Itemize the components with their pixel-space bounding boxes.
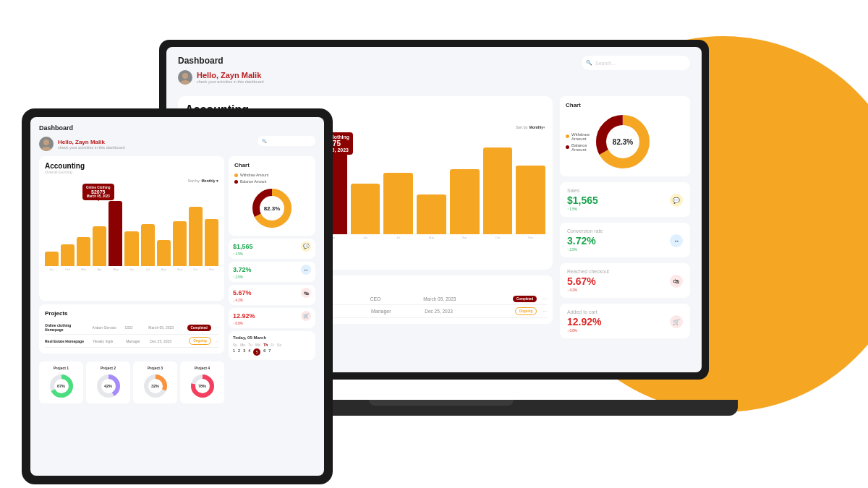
tablet-legend-withdraw-dot xyxy=(234,174,238,177)
t-proj-2-status: Ongoing xyxy=(189,337,211,345)
tablet-stat-2-value: 3.72% xyxy=(233,266,252,273)
bar-col-oct: Oct xyxy=(483,147,513,239)
legend-balance-dot xyxy=(566,145,569,149)
project-2-status: Ongoing xyxy=(515,307,537,315)
tablet-stat-4-change: ↓ 0.8% xyxy=(233,322,311,325)
t-proj-1-role: CEO xyxy=(125,325,146,330)
t-proj-1-name: Online clothing Homepage xyxy=(45,323,90,332)
t-bar-jan: Jan xyxy=(45,252,59,271)
laptop-stat-cart: Added to cart 12.92% 🛒 ↓ 0.8% xyxy=(560,304,690,338)
sales-label: Sales xyxy=(567,188,683,193)
tablet-body: Dashboard Hello, Zayn Malik check your a… xyxy=(22,108,333,484)
bar-col-jun: Jun xyxy=(351,184,380,239)
tablet-project-row-2: Real Estate Homepage Healey Ingle Manage… xyxy=(45,335,218,348)
sales-value: $1,565 xyxy=(567,194,598,206)
legend-withdraw: WithdrawAmount xyxy=(566,132,590,141)
tablet-donut-wrap: 82.3% xyxy=(234,187,310,230)
proj-card-4-pct: 78% xyxy=(198,384,206,388)
svg-point-6 xyxy=(41,147,51,151)
laptop-search-placeholder: Search... xyxy=(595,61,616,66)
tablet-tooltip: Online Clothing $2075 March 05, 2023 xyxy=(82,184,114,200)
cart-label: Added to cart xyxy=(567,309,683,314)
tablet-donut-pct: 82.3% xyxy=(264,205,281,212)
laptop-chart-card: Chart WithdrawAmount BalanceA xyxy=(560,96,690,176)
t-proj-2-person: Healey Ingle xyxy=(93,339,124,343)
t-bar-apr: Apr xyxy=(93,226,106,271)
tablet-sort-label: Sort by: xyxy=(188,179,200,183)
tablet-stat-4-value: 12.92% xyxy=(233,312,255,320)
tablet-sort-row: Sort by: Monthly ▾ xyxy=(45,179,218,183)
tablet-accounting-title: Accounting xyxy=(45,162,218,170)
bar-col-nov: Nov xyxy=(516,166,545,239)
laptop-notch xyxy=(423,40,445,46)
tablet-stat-2: 3.72% ↔ ↑ 2.5% xyxy=(229,262,315,282)
laptop-avatar xyxy=(178,70,192,85)
t-proj-1-status: Completed xyxy=(187,325,211,331)
t-bar-sep: Sep xyxy=(173,221,187,271)
t-bar-nov: Nov xyxy=(205,219,218,271)
laptop-stat-conversion: Conversion rate 3.72% ↔ ↑ 2.5% xyxy=(560,223,690,257)
tablet-right-col: Chart Withdraw Amount Balance Amount xyxy=(229,156,315,464)
project-2-menu-icon[interactable]: ··· xyxy=(542,309,547,314)
laptop-user-row: Hello, Zayn Malik check your activities … xyxy=(178,70,264,85)
t-bar-aug: Aug xyxy=(157,240,171,271)
bar-sep xyxy=(450,169,480,234)
tablet-stat-1-value: $1,565 xyxy=(233,243,253,250)
laptop-search-bar[interactable]: 🔍 Search... xyxy=(582,56,690,70)
checkout-label: Reached checkout xyxy=(567,269,683,274)
tablet-search-bar[interactable]: 🔍 xyxy=(258,136,315,146)
tablet-dash-title: Dashboard xyxy=(39,124,315,132)
t-bar-feb: Feb xyxy=(61,244,75,271)
bar-aug xyxy=(417,194,446,234)
tablet-projects-title: Projects xyxy=(45,310,218,317)
tablet-project-cards: Project 1 67% Project 2 xyxy=(39,361,224,403)
project-1-role: CEO xyxy=(370,296,420,301)
proj-card-1-title: Project 1 xyxy=(54,366,69,370)
laptop-stat-sales: Sales $1,565 💬 ↑ 1.5% xyxy=(560,182,690,217)
conversion-label: Conversion rate xyxy=(567,228,683,234)
tablet-calendar-days: Su Mo Tu We Th Fr Sa xyxy=(233,343,311,347)
tablet-stat-3-value: 5.67% xyxy=(233,289,252,296)
laptop-donut-chart: 82.3% xyxy=(594,113,652,171)
tablet-proj-card-2: Project 2 42% xyxy=(86,361,130,403)
t-proj-1-menu[interactable]: ··· xyxy=(216,325,218,330)
sort-value[interactable]: Monthly xyxy=(529,125,543,129)
bar-col-jul: Jul xyxy=(383,173,413,239)
legend-withdraw-dot xyxy=(566,134,569,138)
proj-card-2-title: Project 2 xyxy=(101,366,116,370)
tablet-legend-withdraw-label: Withdraw Amount xyxy=(240,173,268,177)
proj-card-3-pct: 32% xyxy=(151,384,159,388)
bar-jun xyxy=(351,184,380,234)
bar-col-aug: Aug xyxy=(417,194,446,239)
tablet-screen: Dashboard Hello, Zayn Malik check your a… xyxy=(30,117,324,476)
laptop-donut-pct: 82.3% xyxy=(613,138,633,146)
project-2-role: Manager xyxy=(371,309,422,314)
t-proj-2-name: Real Estate Homepage xyxy=(45,339,90,343)
tablet-tooltip-date: March 05, 2023 xyxy=(86,194,111,198)
proj-card-1-donut: 67% xyxy=(48,373,75,399)
tablet-chart-legend: Withdraw Amount Balance Amount xyxy=(234,173,310,184)
tablet-legend-balance-label: Balance Amount xyxy=(240,179,266,184)
proj-card-2-pct: 42% xyxy=(104,384,112,388)
tablet-user-sub: check your activities in this dashboard xyxy=(58,145,125,150)
tablet-accounting-sub: Overall Earning xyxy=(45,170,218,174)
laptop-chart-content: WithdrawAmount BalanceAmount xyxy=(566,113,684,171)
t-proj-2-menu[interactable]: ··· xyxy=(216,339,218,343)
proj-card-2-donut: 42% xyxy=(95,373,122,399)
proj-card-3-donut: 32% xyxy=(142,373,169,399)
t-proj-2-date: Dec 25, 2023 xyxy=(150,339,186,343)
cart-value: 12.92% xyxy=(567,316,601,328)
sort-chevron-icon: ▾ xyxy=(543,125,545,129)
t-bar-may: May xyxy=(109,201,122,271)
tablet-tooltip-amount: $2075 xyxy=(86,189,111,194)
tablet-proj-card-1: Project 1 67% xyxy=(39,361,83,403)
sort-label: Sort by: xyxy=(516,125,528,129)
project-1-menu-icon[interactable]: ··· xyxy=(542,296,547,301)
tablet-sort-value[interactable]: Monthly ▾ xyxy=(201,179,218,183)
legend-balance: BalanceAmount xyxy=(566,143,590,152)
proj-card-1-pct: 67% xyxy=(57,384,65,388)
proj-card-4-donut: 78% xyxy=(190,373,216,399)
tablet-proj-card-4: Project 4 78% xyxy=(180,361,224,403)
tablet-today-card: Today, 05 March Su Mo Tu We Th Fr Sa xyxy=(229,331,315,360)
proj-card-4-title: Project 4 xyxy=(195,366,210,370)
